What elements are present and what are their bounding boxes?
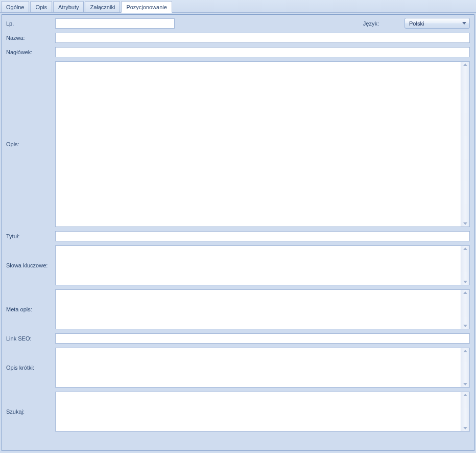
input-tytul[interactable] <box>55 231 470 241</box>
label-opis: Opis: <box>6 61 55 227</box>
textarea-opis-content[interactable] <box>56 62 461 227</box>
row-tytul: Tytuł: <box>6 231 470 241</box>
textarea-slowa-kluczowe[interactable] <box>55 245 470 285</box>
input-lp[interactable] <box>55 18 175 29</box>
scrollbar-meta-opis[interactable] <box>461 290 469 329</box>
textarea-opis-krotki-content[interactable] <box>56 348 461 387</box>
tab-label: Ogólne <box>6 4 24 10</box>
tab-label: Pozycjonowanie <box>126 4 167 10</box>
row-opis-krotki: Opis krótki: <box>6 348 470 388</box>
label-language: Język: <box>363 20 379 27</box>
row-szukaj: Szukaj: <box>6 392 470 432</box>
select-language[interactable]: Polski <box>404 18 470 29</box>
scroll-up-icon <box>463 394 467 396</box>
input-nazwa[interactable] <box>55 33 470 43</box>
tab-label: Załączniki <box>90 4 115 10</box>
scrollbar-opis-krotki[interactable] <box>461 348 469 387</box>
textarea-szukaj-content[interactable] <box>56 392 461 431</box>
label-nazwa: Nazwa: <box>6 35 55 41</box>
row-slowa-kluczowe: Słowa kluczowe: <box>6 245 470 285</box>
scroll-down-icon <box>463 281 467 283</box>
label-szukaj: Szukaj: <box>6 392 55 432</box>
scroll-up-icon <box>463 63 467 66</box>
row-naglowek: Nagłówek: <box>6 47 470 57</box>
scroll-down-icon <box>463 222 467 225</box>
textarea-slowa-kluczowe-content[interactable] <box>56 246 461 285</box>
scroll-down-icon <box>463 427 467 429</box>
row-opis: Opis: <box>6 61 470 227</box>
scrollbar-opis[interactable] <box>461 62 469 227</box>
scroll-down-icon <box>463 383 467 386</box>
tab-opis[interactable]: Opis <box>30 1 52 12</box>
scrollbar-slowa-kluczowe[interactable] <box>461 246 469 285</box>
tab-label: Opis <box>35 4 47 10</box>
input-link-seo[interactable] <box>55 333 470 344</box>
textarea-szukaj[interactable] <box>55 392 470 432</box>
textarea-opis[interactable] <box>55 61 470 227</box>
row-nazwa: Nazwa: <box>6 33 470 43</box>
row-lp: Lp. Język: Polski <box>6 18 470 29</box>
chevron-down-icon <box>462 22 466 25</box>
textarea-meta-opis[interactable] <box>55 289 470 329</box>
scroll-up-icon <box>463 350 467 352</box>
select-language-value: Polski <box>409 20 424 27</box>
label-meta-opis: Meta opis: <box>6 289 55 329</box>
row-meta-opis: Meta opis: <box>6 289 470 329</box>
label-tytul: Tytuł: <box>6 233 55 239</box>
label-opis-krotki: Opis krótki: <box>6 348 55 388</box>
form-panel: Lp. Język: Polski Nazwa: Nagłówek: Opis: <box>2 14 474 451</box>
input-naglowek[interactable] <box>55 47 470 57</box>
textarea-meta-opis-content[interactable] <box>56 290 461 329</box>
tab-pozycjonowanie[interactable]: Pozycjonowanie <box>121 1 172 13</box>
scroll-up-icon <box>463 247 467 250</box>
scroll-down-icon <box>463 325 467 327</box>
tab-strip: Ogólne Opis Atrybuty Załączniki Pozycjon… <box>0 0 476 13</box>
tab-atrybuty[interactable]: Atrybuty <box>53 1 84 12</box>
textarea-opis-krotki[interactable] <box>55 348 470 388</box>
scrollbar-szukaj[interactable] <box>461 392 469 431</box>
scroll-up-icon <box>463 291 467 294</box>
label-lp: Lp. <box>6 20 55 27</box>
row-link-seo: Link SEO: <box>6 333 470 344</box>
label-link-seo: Link SEO: <box>6 335 55 342</box>
tab-ogolne[interactable]: Ogólne <box>1 1 29 12</box>
label-slowa-kluczowe: Słowa kluczowe: <box>6 245 55 285</box>
tab-label: Atrybuty <box>58 4 79 10</box>
tab-zalaczniki[interactable]: Załączniki <box>85 1 120 12</box>
label-naglowek: Nagłówek: <box>6 49 55 55</box>
